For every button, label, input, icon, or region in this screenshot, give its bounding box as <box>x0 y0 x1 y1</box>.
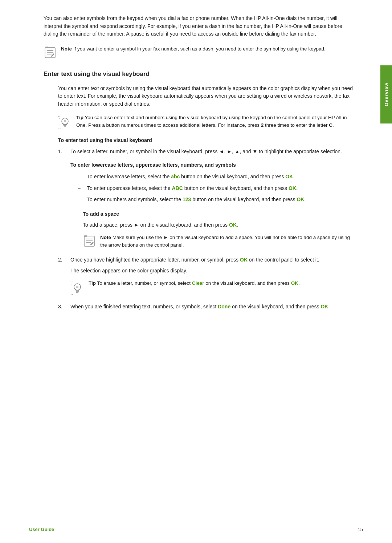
step-2-num: 2. <box>58 256 65 264</box>
tip-text-content: Tip You can also enter text and numbers … <box>76 114 356 129</box>
tip-icon: • • • • • <box>58 114 72 130</box>
svg-text:⁞⁞⁞: ⁞⁞⁞ <box>84 235 87 238</box>
done-label: Done <box>218 304 230 309</box>
ok-label-3: OK <box>297 196 304 202</box>
top-note-content: If you want to enter a symbol in your fa… <box>73 46 326 52</box>
svg-text:•: • <box>71 283 72 285</box>
ok-label-1: OK <box>285 174 293 179</box>
to-enter-text-heading: To enter text using the visual keyboard <box>58 137 356 144</box>
dash-2: – <box>78 185 83 193</box>
dash-list: – To enter lowercase letters, select the… <box>78 173 356 204</box>
footer-left: User Guide <box>29 527 54 532</box>
page-container: Overview You can also enter symbols from… <box>0 0 392 543</box>
ok-label-2: OK <box>289 185 296 191</box>
svg-text:• •: • • <box>58 127 61 130</box>
dash-item-1: – To enter lowercase letters, select the… <box>78 173 356 181</box>
123-label: 123 <box>183 196 191 202</box>
ok-label-5: OK <box>240 257 248 263</box>
lowercase-heading: To enter lowercase letters, uppercase le… <box>70 161 356 169</box>
numbered-list: 1. To select a letter, number, or symbol… <box>58 148 356 311</box>
inner-tip-label: Tip <box>89 280 96 286</box>
ok-label-7: OK <box>320 304 328 309</box>
section-heading: Enter text using the visual keyboard <box>44 69 356 79</box>
step-3: 3. When you are finished entering text, … <box>58 303 356 311</box>
dash-item-2: – To enter uppercase letters, select the… <box>78 185 356 193</box>
inner-tip-body: To erase a letter, number, or symbol, se… <box>97 280 300 286</box>
dash-1-text: To enter lowercase letters, select the a… <box>87 173 294 181</box>
dash-1: – <box>78 173 83 181</box>
section-intro: You can enter text or symbols by using t… <box>58 85 356 108</box>
dash-3-text: To enter numbers and symbols, select the… <box>87 196 306 204</box>
svg-rect-13 <box>84 236 94 246</box>
step-2: 2. Once you have highlighted the appropr… <box>58 256 356 298</box>
step-3-content: When you are finished entering text, num… <box>70 303 356 311</box>
inner-tip-box: • • • • • T <box>70 280 356 296</box>
step-1-num: 1. <box>58 148 65 156</box>
ABC-label: ABC <box>172 185 183 191</box>
svg-point-7 <box>62 118 68 125</box>
svg-rect-0 <box>45 48 55 58</box>
footer-right: 15 <box>358 527 363 532</box>
add-space-para: To add a space, press ► on the visual ke… <box>83 221 356 229</box>
step-1: 1. To select a letter, number, or symbol… <box>58 148 356 251</box>
step-3-num: 3. <box>58 303 65 311</box>
abc-label: abc <box>171 174 180 179</box>
intro-paragraph: You can also enter symbols from the keyp… <box>44 15 356 38</box>
top-note-text: Note If you want to enter a symbol in yo… <box>61 45 326 53</box>
inner-tip-icon: • • • • • <box>70 280 84 296</box>
inner-tip-text: Tip To erase a letter, number, or symbol… <box>89 280 300 287</box>
top-note-box: ⁞⁞⁞ Note If you want to enter a symbol i… <box>44 45 356 59</box>
clear-label: Clear <box>192 280 204 286</box>
tip-label: Tip <box>76 115 83 120</box>
ok-label-4: OK <box>229 222 237 228</box>
sidebar-tab-label: Overview <box>384 82 389 106</box>
main-content: You can also enter symbols from the keyp… <box>44 15 356 311</box>
ok-label-6: OK <box>291 280 298 286</box>
step-2-sub: The selection appears on the color graph… <box>70 267 356 275</box>
note-icon: ⁞⁞⁞ <box>44 46 57 59</box>
inner-note-box: ⁞⁞⁞ Note Make sure you use the ► on the … <box>83 234 356 249</box>
sidebar-tab: Overview <box>380 65 392 123</box>
step-1-text: To select a letter, number, or symbol in… <box>70 148 356 156</box>
add-space-section: To add a space To add a space, press ► o… <box>83 210 356 249</box>
step-1-content: To select a letter, number, or symbol in… <box>70 148 356 251</box>
tip-body: You can also enter text and numbers usin… <box>76 115 348 128</box>
svg-text:⁞⁞⁞: ⁞⁞⁞ <box>45 46 48 49</box>
step-2-text: Once you have highlighted the appropriat… <box>70 256 356 264</box>
tip-box: • • • • • Tip You can also enter text an <box>58 114 356 130</box>
svg-text:• •: • • <box>71 293 73 295</box>
svg-text:•: • <box>59 117 60 119</box>
dash-2-text: To enter uppercase letters, select the A… <box>87 185 298 193</box>
step-3-text: When you are finished entering text, num… <box>70 303 356 311</box>
add-space-heading: To add a space <box>83 210 356 218</box>
footer: User Guide 15 <box>0 527 392 532</box>
inner-note-label: Note <box>100 235 111 240</box>
svg-point-20 <box>74 284 81 290</box>
top-note-label: Note <box>61 46 72 52</box>
inner-note-text: Note Make sure you use the ► on the visu… <box>100 234 356 249</box>
dash-item-3: – To enter numbers and symbols, select t… <box>78 196 356 204</box>
step-2-content: Once you have highlighted the appropriat… <box>70 256 356 298</box>
inner-note-content: Make sure you use the ► on the visual ke… <box>100 235 350 247</box>
inner-note-icon: ⁞⁞⁞ <box>83 235 96 248</box>
dash-3: – <box>78 196 83 204</box>
